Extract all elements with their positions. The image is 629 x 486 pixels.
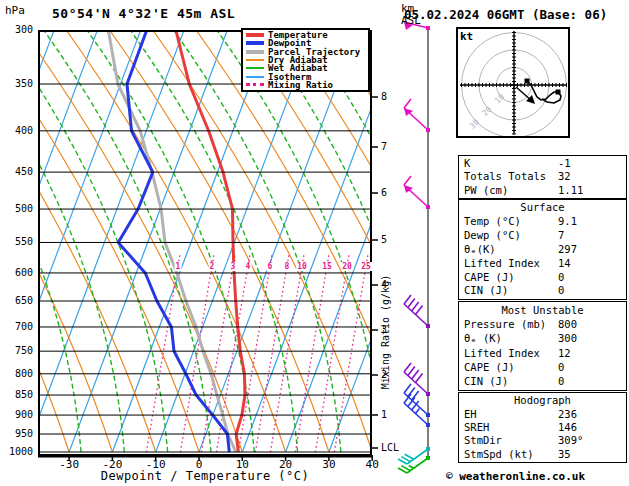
panel-row-value: 236 (558, 408, 577, 421)
panel-row-label: CIN (J) (464, 375, 558, 388)
legend-label: Mixing Ratio (268, 80, 333, 90)
pressure-tick-label: 400 (3, 125, 33, 137)
panel-section: Most UnstablePressure (mb)800θₑ (K)300Li… (458, 301, 627, 391)
legend-swatch (246, 76, 264, 78)
panel-row: CAPE (J)0 (459, 271, 626, 284)
legend-swatch (246, 59, 264, 61)
legend-swatch (246, 50, 264, 54)
wind-barb-column (398, 22, 430, 473)
legend-swatch (246, 67, 264, 69)
panel-row: Lifted Index14 (459, 257, 626, 270)
panel-row: Temp (°C)9.1 (459, 215, 626, 228)
panel-row-value: -1 (558, 157, 571, 170)
mixing-ratio-value-label: 15 (321, 262, 333, 271)
panel-row: θₑ(K)297 (459, 243, 626, 256)
pressure-tick-label: 800 (3, 368, 33, 380)
pressure-tick-label: 500 (3, 203, 33, 215)
panel-row: Totals Totals32 (459, 170, 626, 183)
panel-row-value: 800 (558, 318, 577, 331)
pressure-unit-label: hPa (5, 4, 25, 17)
panel-section-title: Surface (459, 201, 626, 214)
panel-row-value: 1.11 (558, 184, 583, 197)
datetime-label: 05.02.2024 06GMT (Base: 06) (404, 7, 607, 22)
panel-section: SurfaceTemp (°C)9.1Dewp (°C)7θₑ(K)297Lif… (458, 199, 627, 300)
panel-row-label: SREH (464, 421, 558, 434)
pressure-tick-label: 350 (3, 78, 33, 90)
panel-section-title: Hodograph (459, 394, 626, 407)
panel-row: SREH146 (459, 421, 626, 434)
mixing-ratio-value-label: 2 (209, 262, 216, 271)
panel-row: K-1 (459, 157, 626, 170)
wind-barb (404, 363, 430, 396)
panel-row-label: Lifted Index (464, 347, 558, 360)
pressure-tick-label: 950 (3, 428, 33, 440)
km-tick-label: 7 (381, 141, 387, 153)
km-tick-label: 6 (381, 187, 387, 199)
mixing-ratio-value-label: 25 (360, 262, 372, 271)
panel-row-label: Lifted Index (464, 257, 558, 270)
panel-row: PW (cm)1.11 (459, 184, 626, 197)
mixing-ratio-value-label: 8 (284, 262, 291, 271)
panel-row: CAPE (J)0 (459, 361, 626, 374)
legend-item: Mixing Ratio (243, 81, 368, 89)
mixing-ratio-value-label: 6 (267, 262, 274, 271)
panel-row-label: Pressure (mb) (464, 318, 558, 331)
pressure-tick-label: 900 (3, 409, 33, 421)
wind-barb (404, 295, 430, 328)
legend: TemperatureDewpointParcel TrajectoryDry … (241, 28, 370, 92)
panel-row-value: 9.1 (558, 215, 577, 228)
pressure-tick-label: 650 (3, 295, 33, 307)
panel-row-value: 146 (558, 421, 577, 434)
panel-row: CIN (J)0 (459, 375, 626, 388)
legend-swatch (246, 41, 264, 45)
panel-row-value: 0 (558, 284, 564, 297)
mixing-ratio-value-label: 1 (175, 262, 182, 271)
copyright-label: © weatheronline.co.uk (446, 470, 585, 483)
legend-swatch (246, 83, 264, 86)
panel-row: Pressure (mb)800 (459, 318, 626, 331)
panel-row: Dewp (°C)7 (459, 229, 626, 242)
lcl-label: LCL (381, 442, 399, 453)
panel-row-label: Temp (°C) (464, 215, 558, 228)
pressure-tick-label: 850 (3, 389, 33, 401)
panel-row-label: StmSpd (kt) (464, 448, 558, 461)
hodograph-ring-label: 30 (468, 117, 481, 130)
panel-row-label: CAPE (J) (464, 271, 558, 284)
panel-row: StmDir309° (459, 434, 626, 447)
hodograph-unit-label: kt (460, 30, 473, 43)
panel-row-label: Dewp (°C) (464, 229, 558, 242)
page-title: 50°54'N 4°32'E 45m ASL (52, 6, 235, 21)
wind-barb (404, 99, 430, 132)
wind-barb (404, 394, 430, 427)
panel-row-label: θₑ(K) (464, 243, 558, 256)
panel-row: EH236 (459, 408, 626, 421)
mixing-ratio-axis-title: Mixing Ratio (g/kg) (380, 217, 392, 447)
pressure-tick-label: 700 (3, 321, 33, 333)
panel-row-value: 0 (558, 375, 564, 388)
panel-row-value: 32 (558, 170, 571, 183)
panel-row-label: θₑ (K) (464, 332, 558, 345)
panel-section: K-1Totals Totals32PW (cm)1.11 (458, 155, 627, 199)
panel-row: θₑ (K)300 (459, 332, 626, 345)
pressure-tick-label: 1000 (3, 446, 33, 458)
panel-section: HodographEH236SREH146StmDir309°StmSpd (k… (458, 392, 627, 463)
panel-row: StmSpd (kt)35 (459, 448, 626, 461)
pressure-tick-label: 450 (3, 166, 33, 178)
panel-row-value: 297 (558, 243, 577, 256)
isotherm-lines (0, 30, 530, 452)
hodograph-ring-label: 20 (480, 105, 493, 118)
wind-barb (404, 176, 430, 209)
wind-barb (398, 447, 430, 464)
pressure-tick-label: 300 (3, 24, 33, 36)
pressure-tick-label: 600 (3, 267, 33, 279)
hodograph-panel: 102030 (456, 27, 570, 138)
pressure-tick-label: 550 (3, 236, 33, 248)
panel-row-label: PW (cm) (464, 184, 558, 197)
panel-row-value: 35 (558, 448, 571, 461)
panel-row-value: 7 (558, 229, 564, 242)
panel-row-value: 309° (558, 434, 583, 447)
panel-row-label: K (464, 157, 558, 170)
panel-row-value: 0 (558, 361, 564, 374)
panel-row-label: StmDir (464, 434, 558, 447)
panel-row: CIN (J)0 (459, 284, 626, 297)
